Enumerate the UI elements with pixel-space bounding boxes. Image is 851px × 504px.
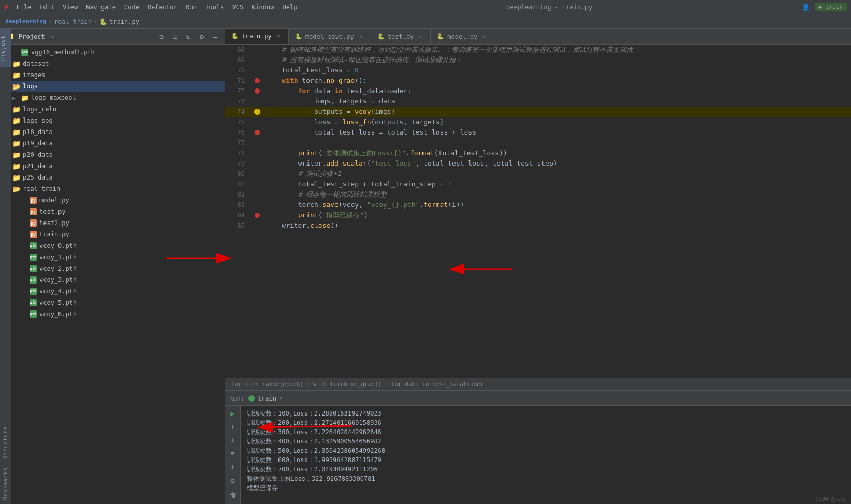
tab-close-4[interactable]: ✕ — [480, 33, 488, 40]
project-root[interactable]: deeplearning — [5, 18, 46, 25]
line-num-84: 84 — [225, 210, 251, 220]
tree-p20[interactable]: ▶ 📁 p20_data — [0, 149, 225, 160]
tree-images[interactable]: ▶ 📁 images — [0, 69, 225, 81]
project-side-tab[interactable]: Project — [0, 29, 11, 67]
tab-close-1[interactable]: ✕ — [275, 33, 282, 40]
left-side-panel: Project Structure Bookmarks — [0, 29, 11, 504]
panel-header: 📁 Project ▾ ⊕ ≡ ⇅ ⚙ — — [0, 29, 225, 45]
menu-view[interactable]: View — [59, 3, 81, 12]
code-content-69: # 没有梯度时候测试-保证没有在进行调优。测试步骤开始： — [263, 55, 851, 65]
code-editor[interactable]: 68 # 如何知道模型有没有训练好，达到想要的需求效果。：每训练完一次课使用测试… — [225, 45, 851, 390]
run-scroll-up-btn[interactable]: ↑ — [227, 422, 239, 432]
tab-model-py[interactable]: 🐍 model.py ✕ — [431, 29, 494, 44]
tab-train-py[interactable]: 🐍 train.py ✕ — [225, 29, 289, 44]
tab-close-3[interactable]: ✕ — [417, 33, 424, 40]
run-play-btn[interactable]: ▶ — [227, 409, 239, 418]
tree-vcoy1[interactable]: pth vcoy_1.pth — [0, 251, 225, 263]
menu-window[interactable]: Window — [248, 3, 277, 12]
code-line-71: 71 with torch.no_grad(): — [225, 76, 851, 86]
tree-vcoy5[interactable]: pth vcoy_5.pth — [0, 297, 225, 308]
tree-train-py[interactable]: py train.py — [0, 229, 225, 240]
expand-all-btn[interactable]: ⇅ — [183, 32, 194, 42]
console-output: 训练次数：100,Loss：2.2880163192749023 训练次数：20… — [241, 406, 851, 504]
tab-label-2: model_save.py — [305, 33, 354, 40]
tab-close-2[interactable]: ✕ — [357, 33, 364, 40]
collapse-all-btn[interactable]: ≡ — [170, 32, 180, 42]
close-panel-btn[interactable]: — — [210, 32, 221, 42]
tree-p18[interactable]: ▶ 📁 p18_data — [0, 126, 225, 138]
menu-tools[interactable]: Tools — [201, 3, 227, 12]
code-content-76: total_test_loss = total_test_loss + loss — [263, 127, 851, 138]
menu-refactor[interactable]: Refactor — [144, 3, 181, 12]
tree-vcoy3[interactable]: pth vcoy_3.pth — [0, 274, 225, 286]
tree-real-train[interactable]: ▼ 📂 real_train — [0, 183, 225, 195]
code-content-71: with torch.no_grad(): — [263, 76, 851, 86]
tab-model-save[interactable]: 🐍 model_save.py ✕ — [289, 29, 371, 44]
status-bc-3: for data in test_dataloader — [391, 381, 484, 388]
menu-edit[interactable]: Edit — [36, 3, 58, 12]
tree-vcoy0[interactable]: pth vcoy_0.pth — [0, 240, 225, 251]
line-num-81: 81 — [225, 179, 251, 189]
main-area: 📁 Project ▾ ⊕ ≡ ⇅ ⚙ — pth vgg16_method2.… — [0, 29, 851, 504]
breakpoint-84 — [255, 213, 260, 218]
tree-logs[interactable]: ▼ 📂 logs — [0, 81, 225, 92]
tree-model-py[interactable]: py model.py — [0, 195, 225, 206]
menu-help[interactable]: Help — [279, 3, 301, 12]
bc-file[interactable]: train.py — [109, 18, 139, 25]
tree-vcoy4[interactable]: pth vcoy_4.pth — [0, 286, 225, 297]
run-scroll-down-btn[interactable]: ↓ — [227, 435, 239, 444]
tree-test2-py[interactable]: py test2.py — [0, 217, 225, 229]
tree-logs-seq[interactable]: ▶ 📁 logs_seq — [0, 115, 225, 126]
tree-vgg16[interactable]: pth vgg16_method2.pth — [0, 47, 225, 58]
line-num-76: 76 — [225, 127, 251, 138]
code-content-73: imgs, targets = data — [263, 96, 851, 107]
tree-test-py[interactable]: py test.py — [0, 206, 225, 217]
locate-file-btn[interactable]: ⊕ — [156, 32, 167, 42]
tab-test-py[interactable]: 🐍 test.py ✕ — [371, 29, 431, 44]
console-line-3: 训练次数：300,Loss：2.2264020442962646 — [247, 427, 845, 437]
line-num-82: 82 — [225, 189, 251, 200]
tree-vcoy6[interactable]: pth vcoy_6.pth — [0, 308, 225, 320]
menu-vcs[interactable]: VCS — [228, 3, 247, 12]
console-line-8: 整体测试集上的Loss：322.9267883300781 — [247, 474, 845, 483]
run-tab[interactable]: train ✕ — [248, 395, 283, 402]
panel-dropdown[interactable]: ▾ — [51, 33, 55, 40]
tab-label-3: test.py — [388, 33, 414, 40]
menu-run[interactable]: Run — [182, 3, 201, 12]
window-title: deeplearning - train.py — [302, 4, 796, 11]
tab-bar: 🐍 train.py ✕ 🐍 model_save.py ✕ 🐍 test.py… — [225, 29, 851, 45]
run-wrap-btn[interactable]: ≡ — [227, 449, 239, 458]
console-line-4: 训练次数：400,Loss：2.1325900554656982 — [247, 437, 845, 446]
menu-file[interactable]: File — [12, 3, 35, 12]
tree-p19[interactable]: ▶ 📁 p19_data — [0, 138, 225, 149]
file-tree: pth vgg16_method2.pth ▶ 📁 dataset ▶ 📁 im… — [0, 45, 225, 504]
bc-arrow-2: › — [385, 381, 388, 388]
py-icon: py — [30, 208, 37, 215]
bc-real-train[interactable]: real_train — [54, 18, 92, 25]
tree-dataset[interactable]: ▶ 📁 dataset — [0, 58, 225, 69]
menu-code[interactable]: Code — [121, 3, 143, 12]
tree-logs-maxpool[interactable]: ▶ 📁 logs_maxpool — [0, 92, 225, 103]
run-tab-close[interactable]: ✕ — [280, 395, 283, 401]
code-scroll[interactable]: 68 # 如何知道模型有没有训练好，达到想要的需求效果。：每训练完一次课使用测试… — [225, 45, 851, 378]
status-bc-1: for i in range(epoch) — [231, 381, 303, 388]
tab-label-4: model.py — [447, 33, 477, 40]
run-settings-btn[interactable]: ⚙ — [227, 475, 239, 486]
warning-dot-74: ! — [254, 109, 260, 115]
menu-navigate[interactable]: Navigate — [82, 3, 120, 12]
line-num-69: 69 — [225, 55, 251, 65]
run-trash-btn[interactable]: 🗑 — [227, 490, 239, 501]
bottom-panel-header: Run: train ✕ — [225, 391, 851, 406]
tree-vcoy2[interactable]: pth vcoy_2.pth — [0, 263, 225, 274]
bookmarks-side-tab[interactable]: Bookmarks — [3, 463, 8, 504]
tree-p21[interactable]: ▶ 📁 p21_data — [0, 160, 225, 172]
tree-logs-relu[interactable]: ▶ 📁 logs_relu — [0, 103, 225, 115]
run-pin-btn[interactable]: ↕ — [227, 462, 239, 471]
structure-side-tab[interactable]: Structure — [3, 422, 8, 463]
folder-icon-open: 📂 — [12, 185, 21, 193]
watermark: CSDN @vcoy — [816, 496, 847, 502]
run-tab-label: train — [258, 395, 276, 402]
settings-btn[interactable]: ⚙ — [197, 32, 207, 42]
py-icon: py — [30, 231, 37, 238]
tree-p25[interactable]: ▶ 📁 p25_data — [0, 172, 225, 183]
